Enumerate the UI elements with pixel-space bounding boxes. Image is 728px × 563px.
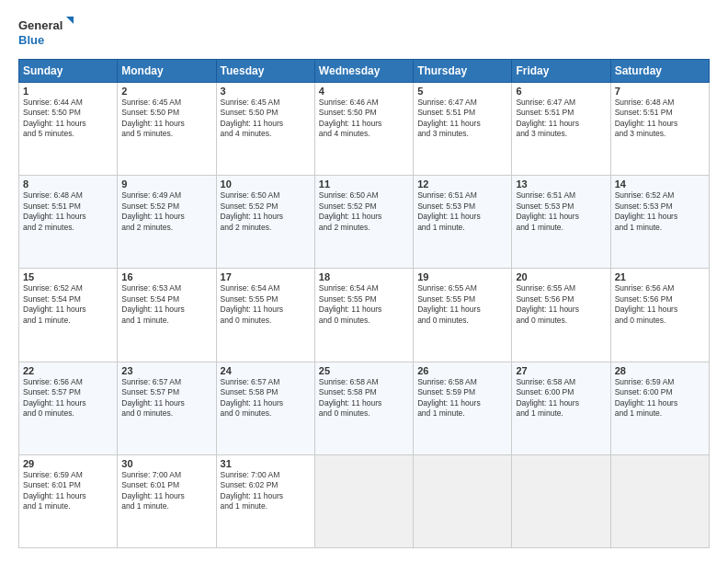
- day-info: Sunrise: 6:54 AM Sunset: 5:55 PM Dayligh…: [221, 283, 311, 326]
- calendar-cell: 15Sunrise: 6:52 AM Sunset: 5:54 PM Dayli…: [19, 269, 118, 362]
- day-number: 3: [221, 86, 311, 97]
- calendar-cell: 29Sunrise: 6:59 AM Sunset: 6:01 PM Dayli…: [19, 454, 118, 547]
- calendar-cell: 7Sunrise: 6:48 AM Sunset: 5:51 PM Daylig…: [610, 83, 709, 176]
- calendar-cell: [512, 454, 610, 547]
- day-number: 23: [121, 365, 211, 376]
- calendar-cell: 31Sunrise: 7:00 AM Sunset: 6:02 PM Dayli…: [216, 454, 314, 547]
- day-info: Sunrise: 6:57 AM Sunset: 5:57 PM Dayligh…: [121, 377, 211, 419]
- svg-text:Blue: Blue: [18, 33, 44, 47]
- day-info: Sunrise: 6:52 AM Sunset: 5:53 PM Dayligh…: [615, 190, 705, 233]
- header-day: Saturday: [610, 60, 709, 83]
- day-info: Sunrise: 6:58 AM Sunset: 5:59 PM Dayligh…: [417, 377, 507, 419]
- calendar-cell: 10Sunrise: 6:50 AM Sunset: 5:52 PM Dayli…: [216, 176, 314, 269]
- calendar-week: 15Sunrise: 6:52 AM Sunset: 5:54 PM Dayli…: [19, 269, 710, 362]
- logo: General Blue: [18, 15, 74, 50]
- calendar-cell: 26Sunrise: 6:58 AM Sunset: 5:59 PM Dayli…: [414, 362, 512, 454]
- day-number: 19: [417, 271, 507, 282]
- calendar-cell: 22Sunrise: 6:56 AM Sunset: 5:57 PM Dayli…: [19, 362, 118, 454]
- day-number: 18: [319, 271, 409, 282]
- day-info: Sunrise: 6:45 AM Sunset: 5:50 PM Dayligh…: [121, 98, 211, 140]
- day-number: 27: [516, 365, 606, 376]
- calendar-cell: 25Sunrise: 6:58 AM Sunset: 5:58 PM Dayli…: [314, 362, 413, 454]
- calendar-cell: 4Sunrise: 6:46 AM Sunset: 5:50 PM Daylig…: [314, 83, 413, 176]
- day-number: 2: [121, 86, 211, 97]
- calendar-cell: [314, 454, 413, 547]
- calendar-cell: 19Sunrise: 6:55 AM Sunset: 5:55 PM Dayli…: [414, 269, 512, 362]
- calendar-cell: 18Sunrise: 6:54 AM Sunset: 5:55 PM Dayli…: [314, 269, 413, 362]
- day-number: 21: [615, 271, 705, 282]
- day-number: 31: [221, 458, 311, 469]
- day-info: Sunrise: 6:58 AM Sunset: 5:58 PM Dayligh…: [319, 377, 409, 419]
- day-info: Sunrise: 6:53 AM Sunset: 5:54 PM Dayligh…: [121, 283, 211, 326]
- day-number: 28: [615, 365, 705, 376]
- header-day: Friday: [512, 60, 610, 83]
- header-row: SundayMondayTuesdayWednesdayThursdayFrid…: [19, 60, 710, 83]
- day-number: 4: [319, 86, 409, 97]
- day-number: 7: [615, 86, 705, 97]
- day-info: Sunrise: 7:00 AM Sunset: 6:02 PM Dayligh…: [221, 470, 311, 512]
- day-info: Sunrise: 6:57 AM Sunset: 5:58 PM Dayligh…: [221, 377, 311, 419]
- day-number: 20: [516, 271, 606, 282]
- day-number: 17: [221, 271, 311, 282]
- day-info: Sunrise: 6:58 AM Sunset: 6:00 PM Dayligh…: [516, 377, 606, 419]
- day-number: 22: [23, 365, 113, 376]
- calendar-cell: 21Sunrise: 6:56 AM Sunset: 5:56 PM Dayli…: [610, 269, 709, 362]
- header: General Blue: [18, 15, 710, 50]
- day-number: 10: [221, 178, 311, 190]
- calendar-cell: 11Sunrise: 6:50 AM Sunset: 5:52 PM Dayli…: [314, 176, 413, 269]
- day-info: Sunrise: 6:46 AM Sunset: 5:50 PM Dayligh…: [319, 98, 409, 140]
- calendar-week: 22Sunrise: 6:56 AM Sunset: 5:57 PM Dayli…: [19, 362, 710, 454]
- day-number: 9: [121, 178, 211, 190]
- day-info: Sunrise: 6:59 AM Sunset: 6:01 PM Dayligh…: [23, 470, 113, 512]
- day-number: 11: [319, 178, 409, 190]
- calendar-cell: 1Sunrise: 6:44 AM Sunset: 5:50 PM Daylig…: [19, 83, 118, 176]
- day-info: Sunrise: 6:51 AM Sunset: 5:53 PM Dayligh…: [417, 190, 507, 233]
- day-number: 24: [221, 365, 311, 376]
- day-info: Sunrise: 6:50 AM Sunset: 5:52 PM Dayligh…: [319, 190, 409, 233]
- calendar-cell: 5Sunrise: 6:47 AM Sunset: 5:51 PM Daylig…: [414, 83, 512, 176]
- day-info: Sunrise: 6:56 AM Sunset: 5:56 PM Dayligh…: [615, 283, 705, 326]
- calendar-week: 1Sunrise: 6:44 AM Sunset: 5:50 PM Daylig…: [19, 83, 710, 176]
- calendar-cell: 17Sunrise: 6:54 AM Sunset: 5:55 PM Dayli…: [216, 269, 314, 362]
- day-info: Sunrise: 6:48 AM Sunset: 5:51 PM Dayligh…: [615, 98, 705, 140]
- svg-text:General: General: [18, 18, 63, 32]
- header-day: Sunday: [19, 60, 118, 83]
- calendar-cell: 6Sunrise: 6:47 AM Sunset: 5:51 PM Daylig…: [512, 83, 610, 176]
- header-day: Tuesday: [216, 60, 314, 83]
- calendar-cell: 12Sunrise: 6:51 AM Sunset: 5:53 PM Dayli…: [414, 176, 512, 269]
- day-number: 25: [319, 365, 409, 376]
- day-info: Sunrise: 6:44 AM Sunset: 5:50 PM Dayligh…: [23, 98, 113, 140]
- day-info: Sunrise: 6:47 AM Sunset: 5:51 PM Dayligh…: [417, 98, 507, 140]
- day-number: 26: [417, 365, 507, 376]
- day-info: Sunrise: 6:47 AM Sunset: 5:51 PM Dayligh…: [516, 98, 606, 140]
- day-info: Sunrise: 6:54 AM Sunset: 5:55 PM Dayligh…: [319, 283, 409, 326]
- day-info: Sunrise: 6:50 AM Sunset: 5:52 PM Dayligh…: [221, 190, 311, 233]
- calendar-cell: 24Sunrise: 6:57 AM Sunset: 5:58 PM Dayli…: [216, 362, 314, 454]
- day-number: 1: [23, 86, 113, 97]
- header-day: Thursday: [414, 60, 512, 83]
- day-number: 29: [23, 458, 113, 469]
- day-number: 13: [516, 178, 606, 190]
- day-info: Sunrise: 6:51 AM Sunset: 5:53 PM Dayligh…: [516, 190, 606, 233]
- calendar-week: 29Sunrise: 6:59 AM Sunset: 6:01 PM Dayli…: [19, 454, 710, 547]
- day-number: 5: [417, 86, 507, 97]
- day-number: 12: [417, 178, 507, 190]
- day-info: Sunrise: 6:56 AM Sunset: 5:57 PM Dayligh…: [23, 377, 113, 419]
- page: General Blue SundayMondayTuesdayWednesda…: [0, 0, 728, 563]
- day-number: 6: [516, 86, 606, 97]
- day-info: Sunrise: 6:59 AM Sunset: 6:00 PM Dayligh…: [615, 377, 705, 419]
- calendar-week: 8Sunrise: 6:48 AM Sunset: 5:51 PM Daylig…: [19, 176, 710, 269]
- logo-svg: General Blue: [18, 15, 74, 50]
- calendar-cell: 13Sunrise: 6:51 AM Sunset: 5:53 PM Dayli…: [512, 176, 610, 269]
- header-day: Wednesday: [314, 60, 413, 83]
- calendar-cell: 30Sunrise: 7:00 AM Sunset: 6:01 PM Dayli…: [118, 454, 216, 547]
- calendar-cell: 16Sunrise: 6:53 AM Sunset: 5:54 PM Dayli…: [118, 269, 216, 362]
- svg-marker-2: [66, 17, 74, 24]
- calendar-table: SundayMondayTuesdayWednesdayThursdayFrid…: [18, 59, 710, 548]
- day-info: Sunrise: 7:00 AM Sunset: 6:01 PM Dayligh…: [121, 470, 211, 512]
- calendar-cell: 9Sunrise: 6:49 AM Sunset: 5:52 PM Daylig…: [118, 176, 216, 269]
- calendar-cell: 27Sunrise: 6:58 AM Sunset: 6:00 PM Dayli…: [512, 362, 610, 454]
- day-number: 15: [23, 271, 113, 282]
- day-number: 14: [615, 178, 705, 190]
- calendar-cell: 2Sunrise: 6:45 AM Sunset: 5:50 PM Daylig…: [118, 83, 216, 176]
